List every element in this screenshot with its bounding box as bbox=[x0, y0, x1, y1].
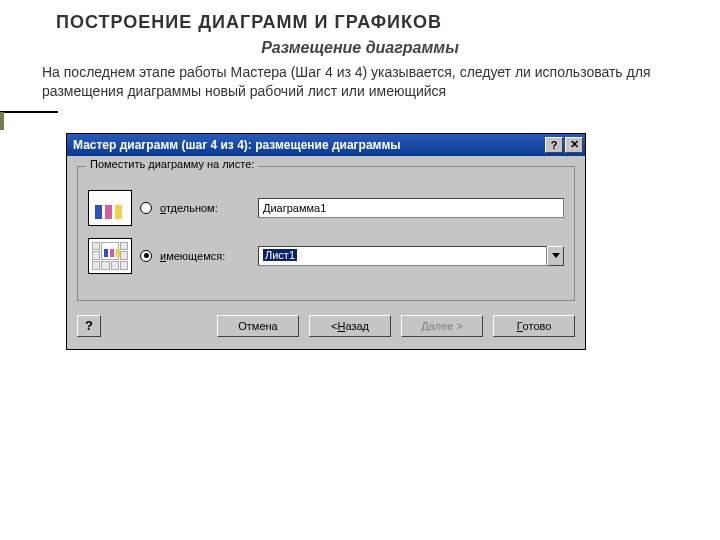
combo-existing-sheet[interactable]: Лист1 bbox=[258, 246, 564, 266]
titlebar: Мастер диаграмм (шаг 4 из 4): размещение… bbox=[67, 134, 585, 156]
decorative-marker bbox=[0, 112, 4, 130]
body-paragraph: На последнем этапе работы Мастера (Шаг 4… bbox=[0, 59, 700, 109]
wizard-dialog: Мастер диаграмм (шаг 4 из 4): размещение… bbox=[66, 133, 586, 350]
titlebar-close-button[interactable]: ✕ bbox=[565, 137, 583, 153]
row-existing-sheet: имеющемся: Лист1 bbox=[88, 238, 564, 274]
thumb-chart-icon bbox=[88, 190, 132, 226]
input-new-sheet-name[interactable] bbox=[258, 198, 564, 218]
combo-dropdown-button[interactable] bbox=[547, 246, 564, 266]
radio-separate[interactable] bbox=[140, 202, 152, 214]
group-legend: Поместить диаграмму на листе: bbox=[86, 158, 258, 170]
chevron-down-icon bbox=[552, 253, 560, 258]
finish-button[interactable]: Готово bbox=[493, 315, 575, 337]
help-button[interactable]: ? bbox=[77, 315, 101, 337]
radio-existing[interactable] bbox=[140, 250, 152, 262]
placement-group: Поместить диаграмму на листе: отдельном:… bbox=[77, 166, 575, 301]
radio-separate-label[interactable]: отдельном: bbox=[160, 202, 250, 214]
divider bbox=[0, 111, 58, 113]
thumb-sheet-icon bbox=[88, 238, 132, 274]
combo-field[interactable]: Лист1 bbox=[258, 246, 547, 266]
next-button: Далее > bbox=[401, 315, 483, 337]
dialog-footer: ? Отмена < Назад Далее > Готово bbox=[67, 309, 585, 349]
row-separate-sheet: отдельном: bbox=[88, 190, 564, 226]
titlebar-text: Мастер диаграмм (шаг 4 из 4): размещение… bbox=[73, 138, 543, 152]
titlebar-help-button[interactable]: ? bbox=[545, 137, 563, 153]
page-subtitle: Размещение диаграммы bbox=[0, 33, 720, 59]
page-title: ПОСТРОЕНИЕ ДИАГРАММ И ГРАФИКОВ bbox=[0, 0, 720, 33]
back-button[interactable]: < Назад bbox=[309, 315, 391, 337]
radio-existing-label[interactable]: имеющемся: bbox=[160, 250, 250, 262]
cancel-button[interactable]: Отмена bbox=[217, 315, 299, 337]
